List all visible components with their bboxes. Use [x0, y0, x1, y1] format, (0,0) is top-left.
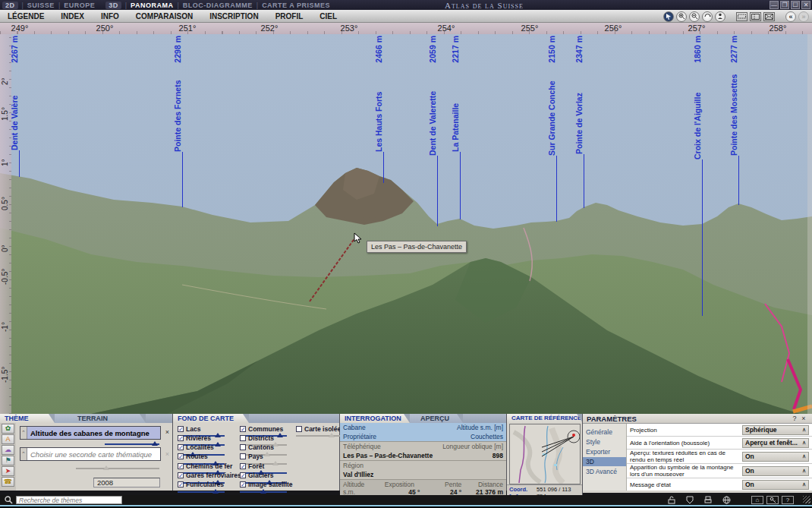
checkbox-unchecked[interactable]: [240, 444, 246, 450]
settings-value-dropdown[interactable]: Aperçu et fenêt...∧: [742, 438, 809, 448]
year-field[interactable]: [93, 478, 160, 487]
checkbox-checked[interactable]: ✓: [178, 481, 184, 487]
menu-info[interactable]: INFO: [101, 12, 119, 21]
search-input[interactable]: [16, 496, 122, 504]
settings-value-dropdown[interactable]: On∧: [742, 466, 809, 476]
history-back-button[interactable]: «: [785, 11, 796, 22]
shield-icon[interactable]: [686, 496, 694, 504]
menu-index[interactable]: INDEX: [61, 12, 84, 21]
maximize-button[interactable]: ☐: [791, 1, 800, 9]
menu-profil[interactable]: PROFIL: [275, 12, 304, 21]
menu-suisse[interactable]: SUISSE: [27, 2, 55, 9]
basemap-layer-label[interactable]: Communes: [248, 425, 283, 433]
zoom-in-button[interactable]: [676, 11, 687, 22]
checkbox-checked[interactable]: ✓: [178, 435, 184, 441]
menu-legende[interactable]: LÉGENDE: [8, 12, 44, 21]
zoom-out-button[interactable]: [689, 11, 700, 22]
layer-opacity-slider[interactable]: [296, 433, 343, 438]
rotate-view-button[interactable]: [702, 11, 713, 22]
globe-icon[interactable]: [722, 496, 731, 504]
home-button[interactable]: ⌂: [751, 496, 763, 504]
slider-thumb[interactable]: [260, 489, 266, 494]
basemap-layer-label[interactable]: Chemins de fer: [186, 462, 232, 470]
basemap-layer-label[interactable]: Rivières: [186, 434, 211, 442]
unlock-icon[interactable]: [668, 496, 675, 504]
mode-2d[interactable]: 2D: [2, 2, 18, 9]
settings-nav-style[interactable]: Style: [583, 437, 626, 446]
reference-map[interactable]: [509, 424, 581, 484]
basemap-layer-label[interactable]: Image satellite: [248, 481, 293, 488]
minimize-button[interactable]: —: [770, 1, 779, 9]
basemap-layer-label[interactable]: Gares ferroviaires: [186, 472, 241, 479]
menu-inscription[interactable]: INSCRIPTION: [209, 12, 258, 21]
basemap-layer-label[interactable]: Localités: [186, 443, 214, 451]
observer-position-button[interactable]: [715, 11, 725, 22]
layer-opacity-slider[interactable]: [240, 489, 287, 494]
slider-thumb[interactable]: [329, 433, 335, 437]
basemap-layer-label[interactable]: Carte isolée: [304, 425, 341, 433]
checkbox-checked[interactable]: ✓: [178, 463, 184, 469]
menu-comparaison[interactable]: COMPARAISON: [136, 12, 193, 21]
settings-value-dropdown[interactable]: On∧: [742, 480, 809, 490]
slider-thumb[interactable]: [212, 489, 219, 494]
checkbox-unchecked[interactable]: [240, 453, 246, 459]
basemap-layer-label[interactable]: Funiculaires: [186, 481, 224, 488]
settings-close-button[interactable]: ×: [799, 415, 808, 422]
slider-thumb[interactable]: [103, 465, 109, 470]
transport-icon[interactable]: ➤: [2, 466, 14, 476]
slider-thumb[interactable]: [152, 441, 158, 446]
tab-theme[interactable]: THÈME: [0, 414, 55, 423]
menu-europe[interactable]: EUROPE: [64, 2, 95, 9]
tools-button[interactable]: [766, 496, 779, 504]
theme-select[interactable]: ⌃ Altitude des cabanes de montagne: [20, 426, 161, 440]
second-theme-opacity-slider[interactable]: [76, 465, 159, 471]
basemap-layer-label[interactable]: Districts: [248, 434, 274, 442]
communication-icon[interactable]: ☎: [2, 477, 14, 487]
settings-nav-exporter[interactable]: Exporter: [583, 447, 626, 456]
split-view-button[interactable]: [750, 12, 761, 21]
clear-second-theme-button[interactable]: ×: [163, 450, 172, 459]
checkbox-checked[interactable]: ✓: [178, 453, 184, 459]
basemap-layer-label[interactable]: Pays: [248, 453, 263, 460]
panorama-view[interactable]: Dent de Valère2267 mPointe des Fornets22…: [0, 34, 812, 414]
basemap-layer-label[interactable]: Cantons: [248, 443, 274, 451]
settings-nav-3d-avancé[interactable]: 3D Avancé: [583, 467, 626, 476]
checkbox-checked[interactable]: ✓: [240, 463, 246, 469]
checkbox-checked[interactable]: ✓: [178, 426, 184, 432]
help-button[interactable]: ?: [782, 496, 794, 504]
checkbox-checked[interactable]: ✓: [240, 481, 246, 487]
basemap-layer-label[interactable]: Routes: [186, 453, 208, 460]
menu-panorama[interactable]: PANORAMA: [131, 2, 173, 9]
second-theme-select[interactable]: ⌃ Choisir une seconde carte thématique: [20, 447, 161, 461]
checkbox-unchecked[interactable]: [296, 426, 302, 432]
mail-button[interactable]: [763, 12, 775, 21]
nature-icon[interactable]: ✿: [2, 424, 14, 434]
checkbox-unchecked[interactable]: [240, 435, 246, 441]
menu-ciel[interactable]: CIEL: [319, 12, 337, 21]
settings-help-button[interactable]: ?: [790, 415, 799, 422]
printer-icon[interactable]: [704, 496, 712, 504]
checkbox-checked[interactable]: ✓: [240, 426, 246, 432]
clear-theme-button[interactable]: ×: [163, 428, 172, 437]
flag-icon[interactable]: ⚑: [2, 456, 14, 465]
menu-carte-a-prismes[interactable]: CARTE A PRISMES: [262, 2, 330, 9]
settings-value-dropdown[interactable]: Sphérique∧: [742, 425, 809, 435]
checkbox-checked[interactable]: ✓: [178, 444, 184, 450]
mode-3d[interactable]: 3D: [105, 2, 121, 9]
tab-apercu[interactable]: APERÇU: [410, 414, 463, 423]
restore-button[interactable]: ❐: [780, 1, 789, 9]
basemap-layer-label[interactable]: Forêt: [248, 462, 264, 470]
theme-opacity-slider[interactable]: [105, 441, 159, 446]
basemap-layer-label[interactable]: Lacs: [186, 425, 200, 433]
population-icon[interactable]: ☁: [2, 445, 14, 455]
tab-terrain[interactable]: TERRAIN: [55, 414, 146, 423]
resize-grip[interactable]: [803, 496, 810, 503]
settings-nav-générale[interactable]: Générale: [583, 428, 626, 437]
menu-bloc-diagramme[interactable]: BLOC-DIAGRAMME: [183, 2, 253, 9]
pointer-tool-button[interactable]: [663, 11, 674, 22]
settlement-icon[interactable]: A: [2, 434, 14, 444]
settings-nav-3d[interactable]: 3D: [583, 457, 626, 466]
checkbox-checked[interactable]: ✓: [240, 472, 246, 478]
basemap-layer-label[interactable]: Glaciers: [248, 472, 274, 479]
close-button[interactable]: ✕: [801, 1, 810, 9]
